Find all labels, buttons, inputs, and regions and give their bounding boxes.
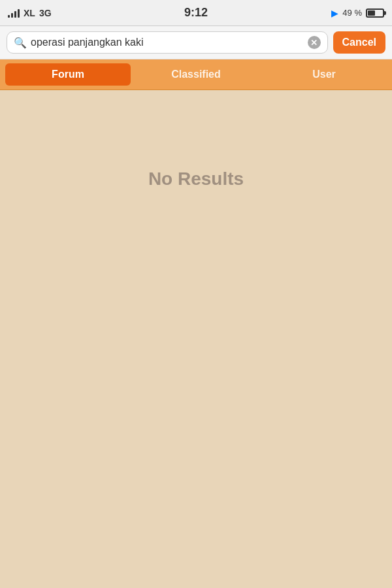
clear-button[interactable]: ✕: [308, 36, 321, 49]
status-bar: XL 3G 9:12 ▶ 49 %: [0, 0, 392, 26]
search-icon: 🔍: [14, 37, 27, 49]
search-input-container: 🔍 ✕: [7, 31, 328, 54]
tabs-bar: Forum Classified User: [0, 59, 392, 90]
carrier-label: XL: [24, 8, 35, 18]
signal-bars-icon: [8, 8, 20, 18]
tab-classified[interactable]: Classified: [133, 63, 259, 86]
search-input[interactable]: [31, 37, 304, 48]
time-display: 9:12: [184, 6, 208, 20]
battery-percent: 49 %: [342, 8, 362, 18]
status-right: ▶ 49 %: [331, 8, 384, 18]
search-bar: 🔍 ✕ Cancel: [0, 26, 392, 59]
tab-user[interactable]: User: [261, 63, 387, 86]
cancel-button[interactable]: Cancel: [333, 31, 385, 54]
battery-icon: [366, 8, 384, 18]
tab-forum[interactable]: Forum: [5, 63, 131, 86]
location-icon: ▶: [331, 8, 338, 18]
network-label: 3G: [39, 8, 52, 18]
status-left: XL 3G: [8, 8, 52, 18]
no-results-text: No Results: [148, 169, 244, 189]
main-content: No Results: [0, 90, 392, 578]
